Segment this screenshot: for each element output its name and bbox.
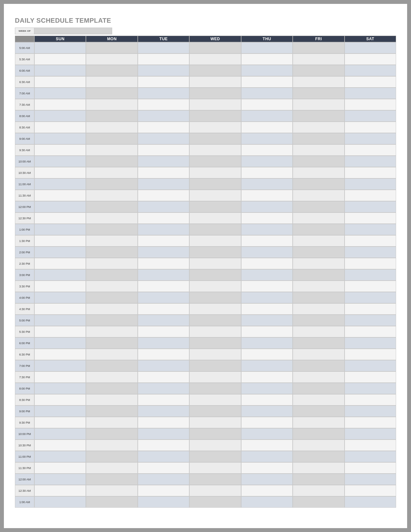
schedule-cell-input[interactable] <box>293 77 344 87</box>
schedule-cell[interactable] <box>34 133 86 144</box>
schedule-cell[interactable] <box>293 76 344 88</box>
schedule-cell-input[interactable] <box>138 133 189 144</box>
schedule-cell-input[interactable] <box>86 122 137 133</box>
schedule-cell-input[interactable] <box>241 292 292 303</box>
schedule-cell[interactable] <box>345 371 396 383</box>
schedule-cell[interactable] <box>34 247 86 258</box>
schedule-cell-input[interactable] <box>241 304 292 314</box>
schedule-cell-input[interactable] <box>293 270 344 280</box>
schedule-cell[interactable] <box>293 235 344 247</box>
schedule-cell-input[interactable] <box>241 145 292 155</box>
schedule-cell[interactable] <box>189 42 241 54</box>
schedule-cell[interactable] <box>189 451 241 462</box>
schedule-cell-input[interactable] <box>138 247 189 258</box>
schedule-cell[interactable] <box>138 349 189 360</box>
schedule-cell[interactable] <box>138 156 189 167</box>
schedule-cell[interactable] <box>86 167 137 178</box>
schedule-cell-input[interactable] <box>138 77 189 87</box>
schedule-cell[interactable] <box>189 496 241 508</box>
schedule-cell[interactable] <box>241 383 293 394</box>
schedule-cell[interactable] <box>293 451 344 462</box>
schedule-cell-input[interactable] <box>190 474 241 485</box>
schedule-cell[interactable] <box>293 405 344 417</box>
schedule-cell-input[interactable] <box>241 99 292 110</box>
schedule-cell-input[interactable] <box>35 406 86 417</box>
schedule-cell-input[interactable] <box>241 474 292 485</box>
schedule-cell-input[interactable] <box>190 77 241 87</box>
schedule-cell[interactable] <box>189 428 241 440</box>
schedule-cell[interactable] <box>86 337 137 349</box>
schedule-cell[interactable] <box>345 349 396 360</box>
schedule-cell-input[interactable] <box>293 201 344 212</box>
schedule-cell[interactable] <box>86 451 137 462</box>
schedule-cell-input[interactable] <box>241 485 292 496</box>
schedule-cell-input[interactable] <box>241 54 292 65</box>
schedule-cell-input[interactable] <box>293 224 344 235</box>
schedule-cell[interactable] <box>241 462 293 474</box>
schedule-cell[interactable] <box>34 474 86 485</box>
schedule-cell-input[interactable] <box>241 406 292 417</box>
schedule-cell[interactable] <box>34 440 86 451</box>
schedule-cell-input[interactable] <box>190 304 241 314</box>
schedule-cell-input[interactable] <box>241 497 292 507</box>
schedule-cell-input[interactable] <box>138 201 189 212</box>
schedule-cell-input[interactable] <box>293 349 344 360</box>
schedule-cell-input[interactable] <box>190 111 241 121</box>
schedule-cell[interactable] <box>293 349 344 360</box>
schedule-cell[interactable] <box>293 474 344 485</box>
schedule-cell-input[interactable] <box>138 338 189 348</box>
schedule-cell[interactable] <box>138 292 189 303</box>
schedule-cell-input[interactable] <box>35 99 86 110</box>
schedule-cell-input[interactable] <box>35 440 86 451</box>
schedule-cell[interactable] <box>345 303 396 315</box>
schedule-cell[interactable] <box>34 201 86 212</box>
schedule-cell[interactable] <box>34 65 86 76</box>
schedule-cell[interactable] <box>189 178 241 190</box>
schedule-cell-input[interactable] <box>293 497 344 507</box>
schedule-cell[interactable] <box>345 190 396 201</box>
schedule-cell[interactable] <box>345 440 396 451</box>
schedule-cell[interactable] <box>86 76 137 88</box>
schedule-cell[interactable] <box>189 110 241 122</box>
schedule-cell[interactable] <box>189 269 241 281</box>
schedule-cell[interactable] <box>345 144 396 156</box>
schedule-cell[interactable] <box>241 88 293 99</box>
schedule-cell-input[interactable] <box>138 360 189 371</box>
schedule-cell[interactable] <box>86 394 137 405</box>
schedule-cell[interactable] <box>189 440 241 451</box>
schedule-cell-input[interactable] <box>35 394 86 405</box>
schedule-cell[interactable] <box>138 76 189 88</box>
schedule-cell[interactable] <box>241 42 293 54</box>
schedule-cell[interactable] <box>293 360 344 371</box>
schedule-cell[interactable] <box>34 417 86 428</box>
schedule-cell[interactable] <box>34 224 86 235</box>
schedule-cell[interactable] <box>86 156 137 167</box>
schedule-cell[interactable] <box>241 269 293 281</box>
schedule-cell-input[interactable] <box>190 201 241 212</box>
schedule-cell-input[interactable] <box>293 474 344 485</box>
schedule-cell[interactable] <box>293 167 344 178</box>
schedule-cell-input[interactable] <box>86 463 137 473</box>
schedule-cell[interactable] <box>293 303 344 315</box>
schedule-cell[interactable] <box>345 281 396 292</box>
schedule-cell-input[interactable] <box>345 145 396 155</box>
schedule-cell[interactable] <box>345 110 396 122</box>
schedule-cell-input[interactable] <box>86 281 137 292</box>
schedule-cell-input[interactable] <box>86 42 137 53</box>
schedule-cell-input[interactable] <box>86 224 137 235</box>
schedule-cell-input[interactable] <box>86 201 137 212</box>
schedule-cell-input[interactable] <box>35 122 86 133</box>
schedule-cell[interactable] <box>293 485 344 496</box>
schedule-cell[interactable] <box>345 292 396 303</box>
schedule-cell[interactable] <box>345 212 396 224</box>
schedule-cell-input[interactable] <box>241 111 292 121</box>
schedule-cell-input[interactable] <box>345 497 396 507</box>
schedule-cell[interactable] <box>345 178 396 190</box>
schedule-cell[interactable] <box>138 122 189 133</box>
schedule-cell-input[interactable] <box>345 258 396 269</box>
schedule-cell-input[interactable] <box>293 133 344 144</box>
schedule-cell-input[interactable] <box>138 224 189 235</box>
schedule-cell-input[interactable] <box>190 429 241 439</box>
schedule-cell-input[interactable] <box>241 258 292 269</box>
schedule-cell[interactable] <box>138 235 189 247</box>
